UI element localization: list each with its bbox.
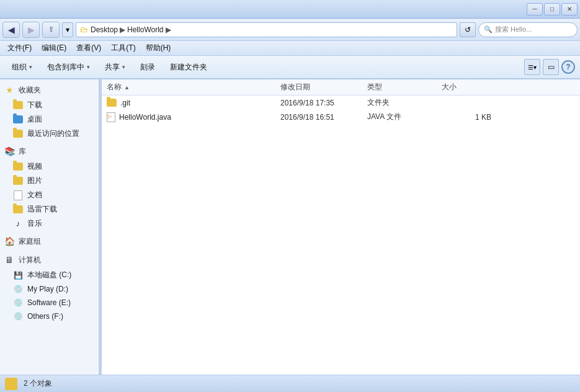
help-button[interactable]: ? — [561, 60, 575, 74]
sidebar-music-label: 音乐 — [27, 218, 42, 229]
sidebar-favorites-label: 收藏夹 — [19, 85, 41, 96]
search-placeholder: 搜索 Hello... — [495, 25, 532, 34]
sidebar-header-homegroup[interactable]: 🏠 家庭组 — [0, 233, 99, 249]
view-options-button[interactable]: ☰▾ — [524, 59, 540, 75]
title-bar: ─ □ ✕ — [0, 0, 580, 19]
sidebar-item-drive-c[interactable]: 💾 本地磁盘 (C:) — [0, 268, 99, 282]
menu-file[interactable]: 文件(F) — [2, 42, 37, 55]
status-folder-icon — [5, 378, 17, 390]
maximize-button[interactable]: □ — [544, 3, 560, 16]
path-dropdown[interactable]: ▾ — [62, 22, 73, 37]
recent-folder-icon — [12, 129, 24, 139]
close-button[interactable]: ✕ — [561, 3, 578, 16]
up-button[interactable]: ⇧ — [42, 22, 60, 38]
file-name-java: HelloWorld.java — [107, 112, 280, 122]
organize-button[interactable]: 组织 ▾ — [5, 58, 39, 76]
include-label: 包含到库中 — [47, 62, 84, 73]
file-type-java: JAVA 文件 — [367, 112, 442, 122]
music-icon: ♪ — [12, 219, 24, 229]
sidebar-recent-label: 最近访问的位置 — [27, 128, 79, 139]
menu-bar: 文件(F) 编辑(E) 查看(V) 工具(T) 帮助(H) — [0, 41, 580, 56]
search-box[interactable]: 🔍 搜索 Hello... — [478, 22, 578, 37]
file-name-git-text: .git — [120, 99, 130, 107]
toolbar: 组织 ▾ 包含到库中 ▾ 共享 ▾ 刻录 新建文件夹 ☰▾ ▭ ? — [0, 56, 580, 79]
sidebar-section-favorites: ★ 收藏夹 下载 桌面 最近访问的位置 — [0, 82, 99, 141]
sidebar-item-desktop[interactable]: 桌面 — [0, 112, 99, 127]
file-name-git: .git — [107, 99, 280, 107]
minimize-button[interactable]: ─ — [527, 3, 543, 16]
thunder-folder-icon — [12, 205, 24, 215]
sidebar-item-drive-f[interactable]: 💿 Others (F:) — [0, 310, 99, 323]
path-sep-2: ▶ — [166, 25, 171, 34]
status-bar: 2 个对象 — [0, 375, 580, 392]
file-date-java: 2016/9/18 16:51 — [280, 113, 367, 122]
favorites-icon: ★ — [4, 84, 15, 96]
java-file-icon — [107, 112, 115, 122]
sidebar-drive-d-label: My Play (D:) — [27, 285, 68, 293]
table-row[interactable]: .git 2016/9/18 17:35 文件夹 — [102, 96, 580, 110]
computer-icon: 🖥 — [4, 254, 15, 265]
share-arrow: ▾ — [122, 64, 125, 70]
sidebar-item-documents[interactable]: 文档 — [0, 188, 99, 202]
sidebar-item-music[interactable]: ♪ 音乐 — [0, 216, 99, 231]
column-date-header[interactable]: 修改日期 — [280, 82, 367, 92]
menu-edit[interactable]: 编辑(E) — [37, 42, 71, 55]
sidebar-thunder-label: 迅雷下载 — [27, 204, 57, 215]
content-area: 名称 ▲ 修改日期 类型 大小 .git 2016/9/18 17:35 — [102, 79, 580, 375]
sidebar-item-downloads[interactable]: 下载 — [0, 98, 99, 112]
column-name-header[interactable]: 名称 ▲ — [107, 82, 280, 92]
sidebar-item-drive-e[interactable]: 💿 Software (E:) — [0, 296, 99, 310]
sidebar-item-pictures[interactable]: 图片 — [0, 174, 99, 188]
menu-view[interactable]: 查看(V) — [71, 42, 106, 55]
sidebar-drive-e-label: Software (E:) — [27, 298, 71, 307]
path-sep-1: ▶ — [120, 25, 125, 34]
column-date-label: 修改日期 — [280, 82, 310, 92]
sidebar-downloads-label: 下载 — [27, 100, 42, 110]
include-button[interactable]: 包含到库中 ▾ — [40, 58, 97, 76]
status-count: 2 个对象 — [24, 378, 52, 389]
sidebar-header-computer[interactable]: 🖥 计算机 — [0, 252, 99, 268]
sidebar-computer-label: 计算机 — [19, 255, 41, 265]
file-date-git: 2016/9/18 17:35 — [280, 99, 367, 107]
sidebar-item-thunder[interactable]: 迅雷下载 — [0, 202, 99, 216]
column-size-label: 大小 — [442, 82, 457, 92]
sidebar-section-library: 📚 库 视频 图片 文档 迅雷下载 ♪ 音乐 — [0, 143, 99, 231]
share-button[interactable]: 共享 ▾ — [98, 58, 132, 76]
table-row[interactable]: HelloWorld.java 2016/9/18 16:51 JAVA 文件 … — [102, 110, 580, 124]
organize-label: 组织 — [12, 62, 27, 73]
back-button[interactable]: ◀ — [2, 22, 20, 38]
search-icon: 🔍 — [484, 25, 493, 33]
sidebar-item-recent[interactable]: 最近访问的位置 — [0, 127, 99, 141]
drive-d-icon: 💿 — [12, 284, 24, 294]
organize-arrow: ▾ — [29, 64, 32, 70]
new-folder-button[interactable]: 新建文件夹 — [163, 58, 214, 76]
column-type-header[interactable]: 类型 — [367, 82, 442, 92]
sidebar-item-drive-d[interactable]: 💿 My Play (D:) — [0, 282, 99, 296]
menu-help[interactable]: 帮助(H) — [141, 42, 176, 55]
sidebar-item-video[interactable]: 视频 — [0, 159, 99, 174]
sidebar-section-homegroup: 🏠 家庭组 — [0, 233, 99, 249]
burn-button[interactable]: 刻录 — [133, 58, 162, 76]
downloads-folder-icon — [12, 100, 24, 110]
column-size-header[interactable]: 大小 — [442, 82, 491, 92]
refresh-button[interactable]: ↺ — [460, 22, 476, 37]
path-helloworld: HelloWorld — [127, 25, 163, 34]
sidebar-drive-f-label: Others (F:) — [27, 312, 63, 321]
burn-label: 刻录 — [140, 62, 155, 73]
menu-tools[interactable]: 工具(T) — [106, 42, 140, 55]
drive-c-icon: 💾 — [12, 270, 24, 280]
sidebar-section-computer: 🖥 计算机 💾 本地磁盘 (C:) 💿 My Play (D:) 💿 Softw… — [0, 252, 99, 323]
sidebar-header-library[interactable]: 📚 库 — [0, 143, 99, 159]
drive-e-icon: 💿 — [12, 298, 24, 308]
address-bar: ◀ ▶ ⇧ ▾ 🗁 Desktop ▶ HelloWorld ▶ ↺ 🔍 搜索 … — [0, 19, 580, 41]
include-arrow: ▾ — [87, 64, 90, 70]
folder-icon: 🗁 — [80, 25, 88, 34]
sidebar: ★ 收藏夹 下载 桌面 最近访问的位置 📚 库 — [0, 79, 99, 375]
sidebar-header-favorites[interactable]: ★ 收藏夹 — [0, 82, 99, 98]
documents-icon — [12, 190, 24, 200]
file-name-java-text: HelloWorld.java — [119, 113, 171, 122]
address-path[interactable]: 🗁 Desktop ▶ HelloWorld ▶ — [76, 22, 457, 37]
preview-button[interactable]: ▭ — [543, 59, 559, 75]
new-folder-label: 新建文件夹 — [170, 62, 207, 73]
forward-button[interactable]: ▶ — [22, 22, 40, 38]
